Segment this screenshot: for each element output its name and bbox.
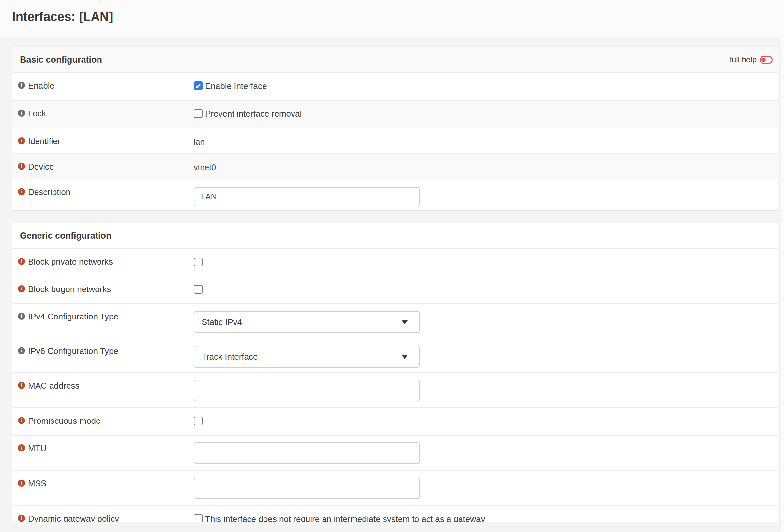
enable-checkbox-label[interactable]: Enable Interface (205, 82, 267, 91)
vertical-scrollbar[interactable] (781, 0, 784, 532)
page-title: Interfaces: [LAN] (12, 10, 784, 24)
label-cell-dynamic-gateway-policy: iDynamic gateway policy (12, 506, 194, 522)
promiscuous-mode-checkbox[interactable] (194, 417, 202, 425)
info-icon[interactable]: i (18, 188, 25, 195)
field-label: MAC address (28, 381, 80, 391)
dynamic-gateway-policy-checkbox[interactable] (194, 514, 202, 522)
description-input[interactable] (194, 187, 420, 206)
ipv6-configuration-type-select-value: Track Interface (201, 352, 258, 362)
section-title: Basic configuration (20, 55, 102, 65)
section-basic-configuration: Basic configuration full help iEnableEna… (12, 47, 778, 211)
form-row-description: iDescription (12, 179, 778, 210)
chevron-down-icon (402, 320, 408, 324)
label-cell-ipv4-configuration-type: iIPv4 Configuration Type (12, 304, 194, 338)
control-cell-mac-address (194, 373, 778, 408)
control-cell-lock: Prevent interface removal (194, 101, 778, 128)
identifier-value: lan (194, 137, 775, 147)
promiscuous-mode-checkbox-group (194, 417, 775, 425)
control-cell-block-bogon-networks (194, 276, 778, 303)
field-label: Enable (28, 81, 54, 91)
basic-configuration-header: Basic configuration full help (12, 47, 778, 72)
info-icon[interactable]: i (18, 479, 25, 487)
label-cell-lock: iLock (12, 101, 194, 128)
full-help-control: full help (730, 55, 773, 64)
mac-address-input[interactable] (194, 380, 420, 401)
field-label: Device (28, 162, 54, 172)
control-cell-identifier: lan (194, 128, 778, 153)
form-row-mtu: iMTU (12, 435, 778, 470)
label-cell-mss: iMSS (12, 471, 194, 505)
control-cell-block-private-networks (194, 249, 778, 276)
full-help-label[interactable]: full help (730, 55, 757, 64)
control-cell-enable: Enable Interface (194, 73, 778, 100)
label-cell-enable: iEnable (12, 73, 194, 100)
dynamic-gateway-policy-checkbox-group: This interface does not require an inter… (194, 514, 775, 522)
lock-checkbox[interactable] (194, 109, 202, 118)
info-icon[interactable]: i (18, 162, 25, 170)
chevron-down-icon (402, 355, 408, 359)
field-label: Block bogon networks (28, 285, 111, 294)
field-label: MSS (28, 479, 46, 489)
control-cell-mss (194, 471, 778, 505)
block-private-networks-checkbox[interactable] (194, 258, 202, 266)
info-icon[interactable]: i (18, 137, 25, 144)
form-row-identifier: iIdentifierlan (12, 128, 778, 153)
label-cell-identifier: iIdentifier (12, 128, 194, 153)
generic-configuration-rows: iBlock private networksiBlock bogon netw… (12, 248, 778, 522)
field-label: Promiscuous mode (28, 416, 101, 426)
ipv4-configuration-type-select-value: Static IPv4 (201, 317, 242, 327)
full-help-toggle-icon[interactable] (760, 56, 773, 64)
label-cell-block-bogon-networks: iBlock bogon networks (12, 276, 194, 303)
label-cell-ipv6-configuration-type: iIPv6 Configuration Type (12, 338, 194, 372)
field-label: MTU (28, 444, 46, 453)
field-label: Description (28, 187, 71, 197)
info-icon[interactable]: i (18, 417, 25, 424)
field-label: Lock (28, 109, 46, 119)
form-row-mac-address: iMAC address (12, 372, 778, 408)
control-cell-ipv4-configuration-type: Static IPv4 (194, 304, 778, 338)
control-cell-dynamic-gateway-policy: This interface does not require an inter… (194, 506, 778, 522)
generic-configuration-header: Generic configuration (12, 223, 778, 248)
info-icon[interactable]: i (18, 347, 25, 354)
lock-checkbox-label[interactable]: Prevent interface removal (205, 109, 302, 118)
form-row-mss: iMSS (12, 470, 778, 505)
field-label: IPv6 Configuration Type (28, 347, 118, 356)
field-label: Dynamic gateway policy (28, 514, 119, 522)
ipv4-configuration-type-select[interactable]: Static IPv4 (194, 311, 420, 333)
block-private-networks-checkbox-group (194, 258, 775, 266)
control-cell-device: vtnet0 (194, 154, 778, 179)
form-row-device: iDevicevtnet0 (12, 153, 778, 179)
info-icon[interactable]: i (18, 313, 25, 320)
ipv6-configuration-type-select[interactable]: Track Interface (194, 346, 420, 368)
control-cell-mtu (194, 436, 778, 470)
page-header: Interfaces: [LAN] (0, 0, 784, 37)
control-cell-promiscuous-mode (194, 408, 778, 435)
info-icon[interactable]: i (18, 285, 25, 292)
field-label: Block private networks (28, 257, 113, 267)
basic-configuration-rows: iEnableEnable InterfaceiLockPrevent inte… (12, 72, 778, 210)
form-row-block-private-networks: iBlock private networks (12, 248, 778, 276)
enable-checkbox[interactable] (194, 82, 202, 90)
block-bogon-networks-checkbox[interactable] (194, 285, 202, 294)
label-cell-promiscuous-mode: iPromiscuous mode (12, 408, 194, 435)
label-cell-mtu: iMTU (12, 436, 194, 470)
control-cell-description (194, 179, 778, 210)
label-cell-mac-address: iMAC address (12, 373, 194, 408)
form-row-ipv6-configuration-type: iIPv6 Configuration TypeTrack Interface (12, 338, 778, 372)
field-label: IPv4 Configuration Type (28, 312, 118, 322)
info-icon[interactable]: i (18, 110, 25, 117)
info-icon[interactable]: i (18, 82, 25, 89)
info-icon[interactable]: i (18, 444, 25, 451)
label-cell-device: iDevice (12, 154, 194, 179)
mtu-input[interactable] (194, 442, 420, 464)
label-cell-description: iDescription (12, 179, 194, 210)
form-row-enable: iEnableEnable Interface (12, 72, 778, 100)
dynamic-gateway-policy-checkbox-label[interactable]: This interface does not require an inter… (205, 514, 485, 522)
section-title: Generic configuration (20, 231, 112, 241)
field-label: Identifier (28, 137, 61, 146)
form-row-dynamic-gateway-policy: iDynamic gateway policyThis interface do… (12, 505, 778, 522)
mss-input[interactable] (194, 478, 420, 499)
info-icon[interactable]: i (18, 515, 25, 522)
info-icon[interactable]: i (18, 258, 25, 265)
info-icon[interactable]: i (18, 382, 25, 389)
